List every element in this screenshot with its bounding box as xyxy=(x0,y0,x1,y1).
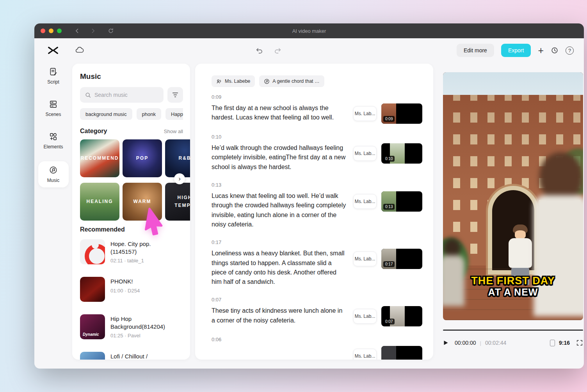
track-name: Lofi / Chillout / xyxy=(110,353,148,360)
track-row[interactable]: Lofi / Chillout / xyxy=(80,352,183,360)
track-row[interactable]: PHONK!01:00 · D254 xyxy=(80,277,183,302)
search-music-input[interactable] xyxy=(94,92,159,98)
track-row[interactable]: DynamicHip Hop Background(814204)01:25 ·… xyxy=(80,314,183,339)
export-button[interactable]: Export xyxy=(501,44,531,57)
music-icon xyxy=(49,166,58,176)
thumbnail-time-badge: 0:17 xyxy=(383,261,395,267)
window-titlebar: AI video maker xyxy=(34,23,584,38)
script-icon xyxy=(49,67,58,77)
sidebar-item-music[interactable]: Music xyxy=(38,161,69,187)
track-meta: 01:25 · Pavel xyxy=(110,333,177,339)
segment-text[interactable]: These tiny acts of kindness were lunch a… xyxy=(212,306,346,325)
track-thumbnail: Dynamic xyxy=(80,314,105,339)
segment-row: Ms. Lab... xyxy=(212,346,422,360)
back-button[interactable] xyxy=(73,27,81,35)
zoom-button[interactable] xyxy=(57,29,62,33)
sidebar-item-label: Script xyxy=(47,79,59,85)
category-card[interactable]: HIGH TEMPO xyxy=(165,183,190,221)
segment-voice-chip[interactable]: Ms. Lab... xyxy=(353,106,377,121)
window-title: AI video maker xyxy=(292,28,326,34)
category-scroll-next-button[interactable]: › xyxy=(174,173,185,184)
segment-text[interactable]: Lucas knew that feeling all too well. He… xyxy=(212,191,346,229)
track-info: Hip Hop Background(814204)01:25 · Pavel xyxy=(110,314,177,339)
category-grid: RECOMMENDPOPR&BHEALINGWARMHIGH TEMPO xyxy=(80,139,190,221)
redo-icon[interactable] xyxy=(274,46,282,55)
category-card[interactable]: R&B xyxy=(165,139,190,177)
segment-voice-chip[interactable]: Ms. Lab... xyxy=(353,309,377,324)
filter-button[interactable] xyxy=(167,87,183,103)
track-name: Hip Hop Background(814204) xyxy=(110,315,177,330)
thumbnail-image xyxy=(381,346,396,360)
segment-text[interactable]: The first day at a new school is always … xyxy=(212,103,346,123)
show-all-link[interactable]: Show all xyxy=(164,128,183,134)
category-card-label: HIGH TEMPO xyxy=(167,194,190,209)
music-panel-title: Music xyxy=(80,72,183,81)
seek-bar[interactable] xyxy=(443,330,583,331)
preview-main-character xyxy=(505,225,536,285)
play-button[interactable] xyxy=(443,339,451,347)
category-card[interactable]: POP xyxy=(123,139,162,177)
current-time: 00:00:00 xyxy=(455,340,476,346)
segment-media: Ms. Lab...0:17 xyxy=(353,249,422,269)
music-tag-chip[interactable]: phonk xyxy=(137,108,161,120)
segment-thumbnail[interactable]: 0:17 xyxy=(381,249,422,269)
aspect-ratio-label[interactable]: 9:16 xyxy=(559,340,570,346)
segment-row: Loneliness was a heavy blanket. But then… xyxy=(212,249,422,287)
track-row[interactable]: Hope. City pop. (1145157)02:11 · table_1 xyxy=(80,239,183,264)
music-note-icon xyxy=(264,78,270,84)
music-tag-chip[interactable]: Happy xyxy=(165,108,183,120)
sidebar-item-script[interactable]: Script xyxy=(38,64,69,88)
segment-thumbnail[interactable]: 0:13 xyxy=(381,191,422,212)
music-chip-label: A gentle chord that … xyxy=(272,78,319,84)
track-badge: Dynamic xyxy=(83,332,99,337)
edit-more-button[interactable]: Edit more xyxy=(457,44,494,57)
segment-voice-chip[interactable]: Ms. Lab... xyxy=(353,251,377,266)
search-music-box[interactable] xyxy=(80,87,164,103)
category-card[interactable]: WARM xyxy=(123,183,162,221)
segment-thumbnail[interactable]: 0:07 xyxy=(381,306,422,326)
reload-icon[interactable] xyxy=(107,27,115,35)
music-track-chip[interactable]: A gentle chord that … xyxy=(259,75,324,87)
segment-voice-chip[interactable]: Ms. Lab... xyxy=(353,194,377,209)
fullscreen-icon[interactable] xyxy=(576,339,583,346)
segment-thumbnail[interactable]: 0:10 xyxy=(381,143,422,164)
close-button[interactable] xyxy=(41,29,45,33)
aspect-ratio-icon[interactable] xyxy=(550,340,555,346)
track-meta: 02:11 · table_1 xyxy=(110,258,177,264)
music-tag-chip[interactable]: background music xyxy=(80,108,132,120)
app-toolbar: Edit more Export + ? xyxy=(34,38,584,62)
segment-timestamp: 0:06 xyxy=(212,337,422,342)
add-icon[interactable]: + xyxy=(538,46,544,55)
category-card[interactable]: RECOMMEND xyxy=(80,139,119,177)
history-icon[interactable] xyxy=(551,46,559,54)
sidebar-item-elements[interactable]: Elements xyxy=(38,129,69,153)
sidebar-item-scenes[interactable]: Scenes xyxy=(38,96,69,120)
transcript-segment: 0:06Ms. Lab... xyxy=(212,337,422,360)
total-duration: 00:02:44 xyxy=(485,340,507,346)
category-card-label: WARM xyxy=(133,198,151,205)
segment-text[interactable]: Loneliness was a heavy blanket. But then… xyxy=(212,249,346,287)
voice-chip[interactable]: Ms. Labebe xyxy=(212,75,255,87)
segment-timestamp: 0:10 xyxy=(212,134,422,140)
segment-voice-chip[interactable]: Ms. Lab... xyxy=(353,349,377,360)
category-card-label: HEALING xyxy=(87,198,113,205)
cloud-sync-icon[interactable] xyxy=(75,46,84,55)
segment-thumbnail[interactable] xyxy=(381,346,422,360)
voice-icon xyxy=(216,78,222,84)
segment-timestamp: 0:17 xyxy=(212,239,422,245)
undo-icon[interactable] xyxy=(255,46,263,55)
thumbnail-time-badge: 0:10 xyxy=(383,156,395,162)
minimize-button[interactable] xyxy=(49,29,53,33)
segment-voice-chip[interactable]: Ms. Lab... xyxy=(353,146,377,161)
transcript-segment: 0:13Lucas knew that feeling all too well… xyxy=(212,182,422,229)
segment-text[interactable]: He’d walk through the crowded hallways f… xyxy=(212,143,346,172)
segment-thumbnail[interactable]: 0:09 xyxy=(381,103,422,124)
segment-timestamp: 0:09 xyxy=(212,94,422,100)
track-name: PHONK! xyxy=(110,278,140,285)
capcut-logo-icon[interactable] xyxy=(47,46,59,55)
video-preview[interactable]: THE FIRST DAY AT A NEW xyxy=(443,72,583,320)
forward-button[interactable] xyxy=(89,27,97,35)
filter-icon xyxy=(172,91,179,98)
category-card[interactable]: HEALING xyxy=(80,183,119,221)
help-icon[interactable]: ? xyxy=(566,46,574,55)
